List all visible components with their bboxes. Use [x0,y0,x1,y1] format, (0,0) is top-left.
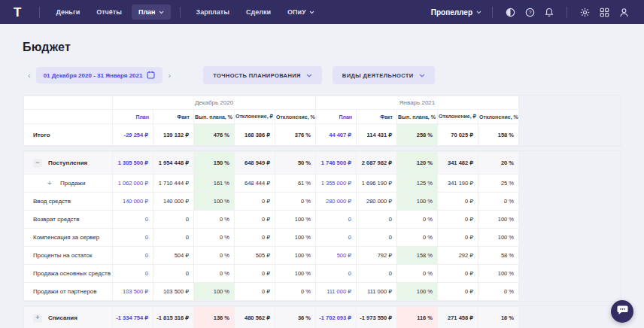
value-cell: 0 % [478,193,519,211]
settings-icon[interactable] [575,4,594,20]
value-cell: 0 [153,265,194,283]
expand-toggle[interactable]: + [33,314,42,323]
plan-value-cell[interactable]: 111 000 ₽ [316,283,357,301]
col-header-plan[interactable]: План [113,110,153,124]
plan-value-cell[interactable]: 1 062 000 ₽ [113,175,153,193]
table-row: Продажа основных средств000 %0 ₽100 %000… [24,265,519,283]
value-cell: 100 % [397,193,438,211]
column-header-row: План Факт Вып. плана, % Отклонение, ₽ От… [24,110,519,124]
table-row: +Продажи1 062 000 ₽1 710 444 ₽161 %648 4… [24,175,519,193]
value-cell: 116 % [397,307,438,328]
plan-value-cell[interactable]: -29 254 ₽ [113,124,153,146]
value-cell: 0 ₽ [438,211,478,229]
value-cell: 136 % [194,307,235,328]
plan-value-cell[interactable]: -1 702 093 ₽ [316,307,357,328]
value-cell: 161 % [194,175,235,193]
col-header-plan-completion: Вып. плана, % [194,110,235,124]
value-cell: 341 482 ₽ [438,152,478,175]
next-period-button[interactable]: › [163,68,176,82]
expand-toggle[interactable]: + [45,179,54,188]
help-icon[interactable]: ? [520,4,539,20]
value-cell: 100 % [275,211,316,229]
plan-value-cell[interactable]: 0 [113,229,153,247]
row-label-cell: +Продажи [24,175,113,193]
row-label: Итого [33,132,50,138]
plan-value-cell[interactable]: 0 [113,211,153,229]
controls-row: ‹ 01 Декабря 2020 - 31 Января 2021 › Точ… [23,66,621,84]
plan-value-cell[interactable]: 1 355 000 ₽ [316,175,357,193]
col-header-deviation-rub: Отклонение, ₽ [438,110,478,124]
value-cell: 20 % [478,152,519,175]
row-label-cell: Продажи от партнеров [24,283,113,301]
profile-icon[interactable] [614,4,633,20]
app-logo[interactable]: T [14,6,21,19]
plan-value-cell[interactable]: 103 500 ₽ [113,283,153,301]
collapse-toggle[interactable]: − [33,159,42,168]
plan-value-cell[interactable]: 280 000 ₽ [316,193,357,211]
nav-item-deals[interactable]: Сделки [239,5,278,20]
empty-corner-cell [24,110,113,124]
col-header-plan-completion: Вып. плана, % [397,110,438,124]
nav-item-money[interactable]: Деньги [49,5,87,20]
plan-value-cell[interactable]: 0 [316,265,357,283]
table-row: Продажи от партнеров103 500 ₽103 500 ₽10… [24,283,519,301]
plan-value-cell[interactable]: 1 305 500 ₽ [113,152,153,175]
col-header-plan[interactable]: План [316,110,357,124]
value-cell: 0 % [275,193,316,211]
plan-value-cell[interactable]: 44 407 ₽ [316,124,357,146]
row-label: Продажа основных средств [33,270,111,277]
nav-item-pnl[interactable]: ОПиУ [281,5,321,20]
row-label-cell: Возврат средств [24,211,113,229]
chevron-down-icon [419,74,425,77]
value-cell: 70 025 ₽ [438,124,478,146]
value-cell: 648 949 ₽ [235,152,275,175]
plan-value-cell[interactable]: -1 334 754 ₽ [113,307,153,328]
plan-value-cell[interactable]: 140 000 ₽ [113,193,153,211]
month-header-january: Январь 2021 [316,96,519,110]
prev-period-button[interactable]: ‹ [23,68,36,82]
plan-value-cell[interactable]: 0 [113,247,153,265]
plan-value-cell[interactable]: 1 746 500 ₽ [316,152,357,175]
chevron-down-icon [476,11,481,14]
notifications-icon[interactable] [539,4,559,20]
value-cell: 50 % [275,152,316,175]
value-cell: 125 % [397,175,438,193]
value-cell: 0 ₽ [235,211,275,229]
value-cell: 150 % [194,152,235,175]
value-cell: 111 000 ₽ [357,283,397,301]
divider [567,7,567,18]
date-range-label: 01 Декабря 2020 - 31 Января 2021 [44,72,143,79]
row-label: Возврат средств [33,216,80,223]
col-header-deviation-pct: Отклонение, % [478,110,519,124]
row-label-cell: Ввод средств [24,193,113,211]
company-selector[interactable]: Пропеллер [431,8,481,17]
row-label: Компенсация за сервер [33,234,99,241]
chat-button[interactable] [611,300,633,323]
plan-value-cell[interactable]: 500 ₽ [316,247,357,265]
value-cell: 168 386 ₽ [235,124,275,146]
activity-types-dropdown[interactable]: Виды деятельности [333,66,435,84]
table-row: Компенсация за сервер000 %0 ₽100 %000 %0… [24,229,519,247]
table-row: Возврат средств000 %0 ₽100 %000 %0 ₽100 … [24,211,519,229]
chat-bubble-icon [617,305,628,318]
value-cell: 100 % [275,265,316,283]
nav-item-salaries[interactable]: Зарплаты [190,5,236,20]
plan-value-cell[interactable]: 0 [316,229,357,247]
nav-item-plan[interactable]: План [132,5,171,20]
nav-item-reports[interactable]: Отчёты [90,5,129,20]
apps-grid-icon[interactable] [594,4,614,20]
budget-table: Декабрь 2020 Январь 2021 План Факт Вып. … [23,95,621,328]
theme-icon[interactable] [500,4,520,20]
row-label-cell: Компенсация за сервер [24,229,113,247]
value-cell: 0 [153,229,194,247]
value-cell: 504 ₽ [153,247,194,265]
value-cell: 0 % [275,283,316,301]
budget-table-expenses-block: +Списания-1 334 754 ₽-1 815 316 ₽136 %48… [23,306,519,328]
value-cell: 0 [357,229,397,247]
plan-value-cell[interactable]: 0 [316,211,357,229]
budget-table-incomes-block: −Поступления1 305 500 ₽1 954 448 ₽150 %6… [23,151,519,301]
row-label-cell: Продажа основных средств [24,265,113,283]
planning-accuracy-dropdown[interactable]: Точность планирования [203,66,322,84]
plan-value-cell[interactable]: 0 [113,265,153,283]
date-range-picker[interactable]: 01 Декабря 2020 - 31 Января 2021 [36,67,163,84]
